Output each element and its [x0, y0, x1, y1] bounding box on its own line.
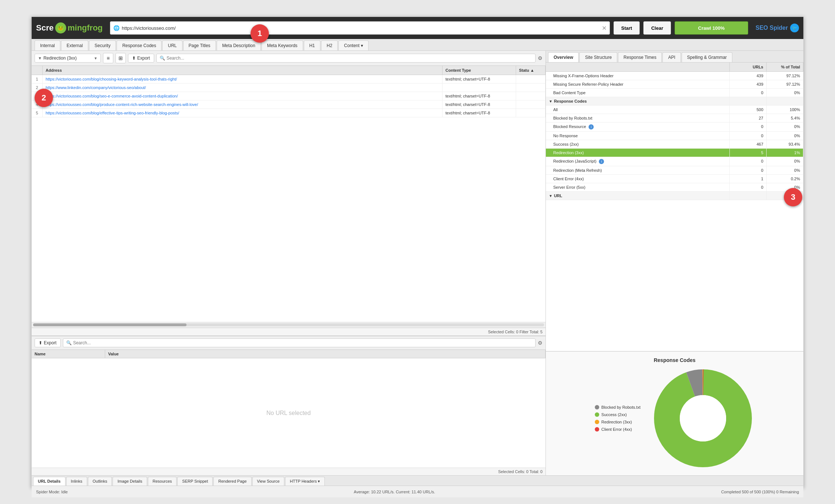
- tab-response-codes[interactable]: Response Codes: [117, 40, 161, 50]
- legend-dot-redirect: [595, 420, 599, 424]
- tab-inlinks[interactable]: Inlinks: [66, 477, 87, 486]
- col-value-header: Value: [105, 350, 546, 358]
- right-table-row[interactable]: Redirection (Meta Refresh) 0 0%: [546, 166, 803, 175]
- table-row[interactable]: 5 https://victoriousseo.com/blog/effecti…: [32, 109, 546, 117]
- tab-internal[interactable]: Internal: [35, 40, 60, 50]
- right-table-row[interactable]: No Response 0 0%: [546, 132, 803, 140]
- data-table: Address Content Type Statu ▲ 1 https://v…: [32, 66, 546, 322]
- tab-overview[interactable]: Overview: [548, 52, 579, 62]
- rt-cell-urls: 0: [730, 132, 767, 140]
- right-table-row[interactable]: Server Error (5xx) 0 0%: [546, 183, 803, 192]
- bottom-export-button[interactable]: ⬆ Export: [35, 338, 61, 347]
- url-bar[interactable]: 🌐 ✕: [110, 21, 610, 35]
- rt-section-urls: [730, 192, 767, 200]
- row-content-type: [443, 84, 516, 92]
- right-table-row[interactable]: Blocked by Robots.txt 27 5.4%: [546, 114, 803, 123]
- tab-serp-snippet[interactable]: SERP Snippet: [177, 477, 213, 486]
- tab-view-source[interactable]: View Source: [252, 477, 285, 486]
- tab-h1[interactable]: H1: [304, 40, 320, 50]
- rt-cell-pct: 5.4%: [767, 114, 803, 122]
- tab-page-titles[interactable]: Page Titles: [183, 40, 216, 50]
- tab-response-times[interactable]: Response Times: [618, 52, 662, 62]
- logo: Scre 🐸 mingfrog: [36, 22, 103, 33]
- table-row[interactable]: 1 https://victoriousseo.com/blog/choosin…: [32, 75, 546, 84]
- rt-cell-urls: 0: [730, 183, 767, 191]
- url-input[interactable]: [122, 25, 602, 31]
- logo-frog-icon: 🐸: [55, 22, 66, 33]
- start-button[interactable]: Start: [614, 21, 640, 35]
- export-label: Export: [137, 56, 150, 61]
- tab-content[interactable]: Content ▾: [338, 40, 368, 50]
- tab-url[interactable]: URL: [162, 40, 182, 50]
- right-table-row[interactable]: Blocked Resource i 0 0%: [546, 123, 803, 132]
- rt-cell-label: Redirection (JavaScript) i: [546, 157, 730, 166]
- tab-api[interactable]: API: [662, 52, 681, 62]
- tab-rendered-page[interactable]: Rendered Page: [213, 477, 251, 486]
- table-header: Address Content Type Statu ▲: [32, 66, 546, 75]
- bottom-search-box[interactable]: 🔍: [63, 338, 536, 347]
- table-row[interactable]: 2 https://www.linkedin.com/company/victo…: [32, 84, 546, 92]
- legend-item-success: Success (2xx): [595, 412, 640, 417]
- right-table: URLs % of Total Missing X-Frame-Options …: [546, 63, 803, 351]
- rt-section-label: ▼URL: [546, 192, 730, 200]
- table-row[interactable]: 3 https://victoriousseo.com/blog/seo-e-c…: [32, 92, 546, 100]
- scroll-track[interactable]: [33, 323, 544, 326]
- bottom-settings-icon[interactable]: ⚙: [538, 340, 543, 346]
- annotation-3: 3: [784, 188, 802, 206]
- right-table-row[interactable]: All 500 100%: [546, 106, 803, 114]
- tab-site-structure[interactable]: Site Structure: [579, 52, 617, 62]
- legend-item-robots: Blocked by Robots.txt: [595, 405, 640, 409]
- legend-dot-error: [595, 427, 599, 432]
- row-status: [516, 100, 546, 109]
- tree-view-button[interactable]: ⊞: [116, 53, 126, 63]
- horizontal-scrollbar[interactable]: [32, 322, 546, 328]
- tab-security[interactable]: Security: [89, 40, 116, 50]
- chart-title: Response Codes: [551, 357, 798, 363]
- rt-cell-urls: 0: [730, 89, 767, 97]
- tab-meta-description[interactable]: Meta Description: [217, 40, 261, 50]
- filter-search-box[interactable]: 🔍: [156, 54, 536, 63]
- tab-http-headers[interactable]: HTTP Headers ▾: [285, 477, 325, 486]
- right-table-row[interactable]: Missing Secure Referrer-Policy Header 43…: [546, 80, 803, 89]
- export-button[interactable]: ⬆ Export: [128, 54, 154, 63]
- tab-external[interactable]: External: [61, 40, 88, 50]
- chart-legend: Blocked by Robots.txt Success (2xx) Redi…: [595, 405, 640, 432]
- footer: Spider Mode: Idle Average: 10.22 URL/s. …: [32, 486, 803, 497]
- seo-spider-label: SEO Spider 🐦: [756, 24, 799, 32]
- rt-cell-urls: 439: [730, 72, 767, 80]
- table-row[interactable]: 4 https://victoriousseo.com/blog/produce…: [32, 100, 546, 109]
- tab-meta-keywords[interactable]: Meta Keywords: [262, 40, 303, 50]
- legend-label-success: Success (2xx): [601, 412, 627, 417]
- clear-button[interactable]: Clear: [643, 21, 671, 35]
- logo-text: Scre: [36, 23, 54, 33]
- filter-dropdown[interactable]: ▼ Redirection (3xx) ▼: [35, 54, 101, 63]
- right-table-row-selected[interactable]: Redirection (3xx) 5 1%: [546, 149, 803, 157]
- settings-icon[interactable]: ⚙: [538, 55, 543, 61]
- scroll-thumb[interactable]: [33, 323, 186, 326]
- right-table-row[interactable]: Success (2xx) 467 93.4%: [546, 140, 803, 149]
- tab-outlinks[interactable]: Outlinks: [88, 477, 112, 486]
- right-table-row[interactable]: Missing X-Frame-Options Header 439 97.12…: [546, 72, 803, 80]
- list-view-button[interactable]: ≡: [103, 53, 113, 63]
- right-table-row[interactable]: Redirection (JavaScript) i 0 0%: [546, 157, 803, 166]
- tab-url-details[interactable]: URL Details: [33, 477, 65, 486]
- bottom-search-input[interactable]: [73, 340, 532, 345]
- rt-cell-pct: 1%: [767, 149, 803, 157]
- url-clear-icon[interactable]: ✕: [602, 25, 607, 32]
- rt-cell-pct: 0%: [767, 123, 803, 131]
- tab-spelling-grammar[interactable]: Spelling & Grammar: [682, 52, 732, 62]
- crawl-button[interactable]: Crawl 100%: [675, 21, 748, 35]
- row-content-type: text/html; charset=UTF-8: [443, 92, 516, 100]
- rt-cell-urls: 439: [730, 80, 767, 88]
- right-table-row[interactable]: Client Error (4xx) 1 0.2%: [546, 175, 803, 183]
- right-section-header: ▼Response Codes: [546, 97, 803, 106]
- tab-image-details[interactable]: Image Details: [113, 477, 147, 486]
- right-table-row[interactable]: Bad Content Type 0 0%: [546, 89, 803, 97]
- rt-cell-label: Success (2xx): [546, 140, 730, 148]
- rt-cell-pct: 93.4%: [767, 140, 803, 148]
- tab-h2[interactable]: H2: [321, 40, 338, 50]
- seo-text: SEO Spider: [756, 25, 788, 31]
- filter-search-input[interactable]: [167, 56, 532, 61]
- tab-resources[interactable]: Resources: [148, 477, 177, 486]
- col-status-header: Statu ▲: [516, 66, 546, 75]
